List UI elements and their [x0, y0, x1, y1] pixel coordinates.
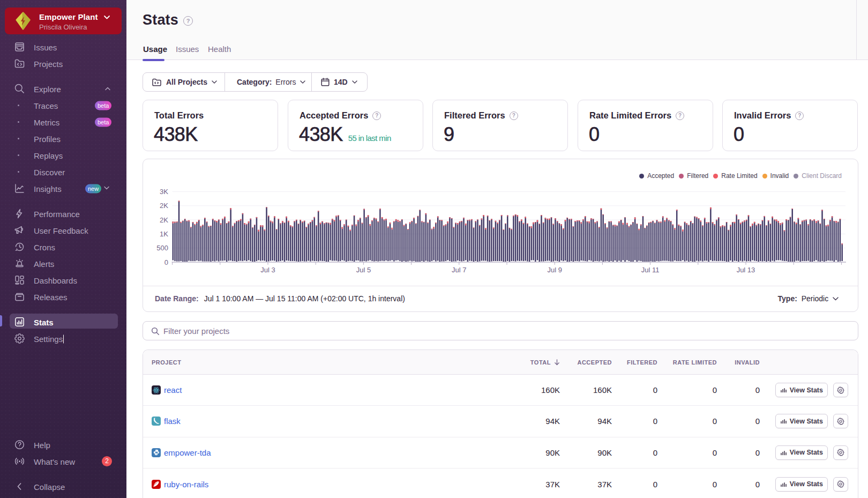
svg-text:Jul 5: Jul 5 [356, 266, 371, 274]
svg-text:Jul 9: Jul 9 [547, 266, 562, 274]
svg-text:3K: 3K [160, 188, 168, 196]
svg-text:Jul 7: Jul 7 [452, 266, 466, 274]
svg-text:500: 500 [156, 244, 168, 252]
svg-text:Jul 13: Jul 13 [737, 266, 755, 274]
svg-text:2K: 2K [160, 216, 168, 224]
svg-text:2K: 2K [160, 202, 168, 210]
svg-text:0: 0 [164, 258, 168, 266]
svg-text:1K: 1K [160, 230, 168, 238]
svg-text:Jul 3: Jul 3 [260, 266, 275, 274]
svg-text:Jul 11: Jul 11 [641, 266, 660, 274]
